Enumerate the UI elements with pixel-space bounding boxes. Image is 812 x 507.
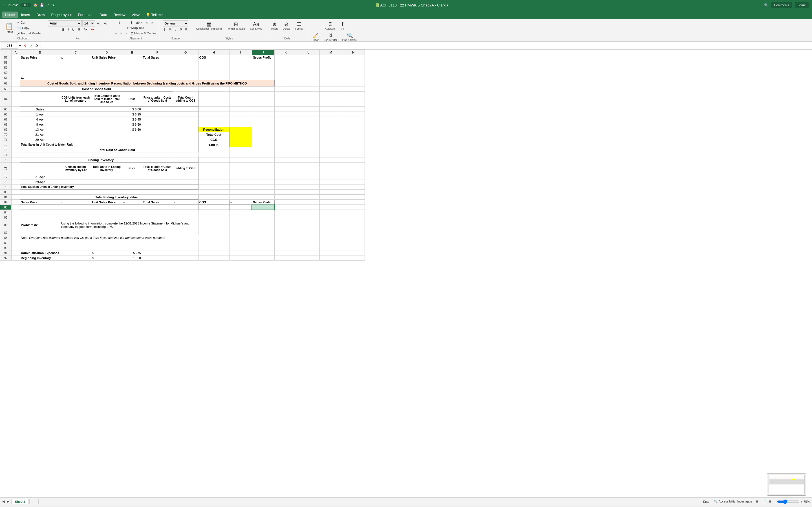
prev-sheet-button[interactable]: ◀: [2, 500, 4, 503]
cell-b92[interactable]: Beginning Inventory: [20, 256, 60, 261]
cell-e91[interactable]: 5,275: [122, 250, 142, 256]
cell-e57[interactable]: =: [122, 55, 142, 60]
cell-b66[interactable]: 1-Apr: [20, 112, 60, 117]
menu-view[interactable]: View: [129, 11, 142, 18]
page-break-icon[interactable]: ⊟: [769, 500, 771, 503]
decimal-increase-button[interactable]: .0: [177, 27, 183, 32]
decrease-font-button[interactable]: A↓: [103, 21, 109, 25]
cell-k57[interactable]: [274, 55, 297, 60]
cell-b77[interactable]: 21-Apr: [20, 174, 60, 179]
format-painter-button[interactable]: 🖌 Format Painter: [16, 31, 43, 36]
cell-b65[interactable]: Dates: [20, 107, 60, 112]
cell-d82[interactable]: Unit Sales Price: [91, 200, 122, 205]
cell-e76[interactable]: Price: [122, 163, 142, 174]
cell-b79[interactable]: Total Sales in Units in Ending Inventory: [20, 184, 91, 189]
cell-f64[interactable]: Price x units = Costs of Goods Sold: [142, 92, 173, 107]
cell-b78[interactable]: 29-Apr: [20, 179, 60, 184]
zoom-slider[interactable]: [777, 499, 800, 504]
confirm-formula-button[interactable]: ✓: [29, 43, 35, 48]
sheet-body[interactable]: A B C D E F G H I J K L M N: [0, 50, 812, 497]
insert-cells-button[interactable]: ⊕ Insert: [269, 20, 280, 31]
percent-button[interactable]: %: [167, 27, 173, 32]
align-top-button[interactable]: ⬆: [116, 20, 122, 25]
decimal-decrease-button[interactable]: 0.: [184, 27, 189, 32]
cell-j57[interactable]: Gross Profit: [252, 55, 274, 60]
cell-f57[interactable]: Total Sales: [142, 55, 173, 60]
bold-button[interactable]: B: [61, 27, 66, 32]
cell-b61[interactable]: C.: [20, 75, 60, 80]
cell-e68[interactable]: $ 6.50: [122, 122, 142, 127]
font-color-button[interactable]: A▾: [89, 27, 96, 32]
cell-i71[interactable]: [229, 137, 252, 142]
cell-b68[interactable]: 8-Apr: [20, 122, 60, 127]
cell-c57[interactable]: x: [60, 55, 91, 60]
align-right-button[interactable]: ≡: [124, 31, 129, 36]
comments-button[interactable]: Comments: [771, 2, 792, 8]
cell-h70[interactable]: Total Cost: [198, 132, 229, 137]
save-icon[interactable]: 💾: [40, 3, 44, 7]
autosave-toggle[interactable]: OFF: [20, 3, 31, 7]
currency-button[interactable]: $: [162, 27, 167, 32]
format-button[interactable]: ☰ Format: [293, 20, 306, 31]
cell-b57[interactable]: Sales Price: [20, 55, 60, 60]
cell-e65[interactable]: $ 6.00: [122, 107, 142, 112]
cell-d92[interactable]: $: [91, 256, 122, 261]
cell-b86[interactable]: Problem #2: [20, 220, 60, 230]
more-icon[interactable]: ···: [56, 3, 59, 7]
expand-name-box-icon[interactable]: ▾: [19, 44, 21, 48]
cell-a57[interactable]: [11, 55, 20, 60]
cell-e92[interactable]: 1,650: [122, 256, 142, 261]
align-middle-button[interactable]: ↔: [122, 20, 128, 25]
menu-draw[interactable]: Draw: [34, 11, 48, 18]
cell-g57[interactable]: -: [173, 55, 198, 60]
cell-b72[interactable]: Total Sales in Unit Count to Match Unit: [20, 142, 91, 147]
menu-tell-me[interactable]: 💡 Tell me: [143, 11, 166, 18]
cell-f76[interactable]: Price x units = Costs of Goods Sold: [142, 163, 173, 174]
autosum-button[interactable]: Σ AutoSum: [323, 20, 338, 31]
cell-cogs-header[interactable]: Cost of Goods Sold: [20, 87, 173, 92]
ending-inventory-header[interactable]: Ending Inventory: [60, 158, 142, 163]
underline-button[interactable]: U: [71, 27, 76, 32]
cell-h72[interactable]: End In: [198, 142, 229, 147]
cell-i69[interactable]: [229, 127, 252, 132]
cell-reference-input[interactable]: J83: [1, 43, 18, 49]
clear-button[interactable]: 🧹 Clear: [310, 32, 321, 42]
cell-b69[interactable]: 13-Apr: [20, 127, 60, 132]
search-icon[interactable]: 🔍: [764, 3, 768, 7]
align-bottom-button[interactable]: ⬇: [129, 20, 134, 25]
page-layout-icon[interactable]: 📄: [762, 500, 765, 503]
menu-home[interactable]: Home: [2, 11, 18, 18]
zoom-in-button[interactable]: +: [801, 500, 802, 503]
align-left-button[interactable]: ≡: [114, 31, 118, 36]
zoom-out-button[interactable]: -: [775, 500, 776, 503]
cell-e67[interactable]: $ 6.45: [122, 117, 142, 122]
menu-review[interactable]: Review: [110, 11, 128, 18]
cut-button[interactable]: ✂ Cut: [16, 20, 43, 25]
formula-input[interactable]: [43, 44, 811, 48]
cell-j82[interactable]: Gross Profit: [252, 200, 274, 205]
cell-b64[interactable]: [20, 92, 60, 107]
cell-i72[interactable]: [229, 142, 252, 147]
font-select[interactable]: Arial: [48, 20, 82, 26]
cell-d64[interactable]: Total Count to Units Sold to Match Total…: [91, 92, 122, 107]
copy-button[interactable]: 📄 Copy: [16, 25, 43, 31]
cell-d81[interactable]: Total Ending Inventory Value: [91, 194, 142, 200]
cell-b67[interactable]: 4-Apr: [20, 117, 60, 122]
wrap-text-button[interactable]: ↵ Wrap Text: [125, 25, 146, 31]
cell-b88[interactable]: Note: Everyone has different numbers you…: [20, 235, 230, 240]
normal-view-icon[interactable]: ⊞: [756, 500, 758, 503]
redo-icon[interactable]: ↪: [51, 3, 54, 7]
cell-c82[interactable]: x: [60, 200, 91, 205]
cell-n57[interactable]: [342, 55, 364, 60]
comma-button[interactable]: ,: [173, 27, 177, 32]
undo-icon[interactable]: ↩: [46, 3, 49, 7]
cell-b91[interactable]: Administrtation Expenses: [20, 250, 60, 256]
fill-button[interactable]: ⬇ Fill: [338, 20, 347, 31]
menu-formulas[interactable]: Formulas: [75, 11, 96, 18]
cell-c86[interactable]: Using the following information, complet…: [60, 220, 198, 230]
home-icon[interactable]: 🏠: [33, 3, 38, 7]
fill-color-button[interactable]: A▾: [82, 27, 89, 32]
cell-b70[interactable]: 21-Apr: [20, 132, 60, 137]
delete-cells-button[interactable]: ⊖ Delete: [281, 20, 292, 31]
merge-center-button[interactable]: ⊡ Merge & Center: [130, 31, 158, 36]
